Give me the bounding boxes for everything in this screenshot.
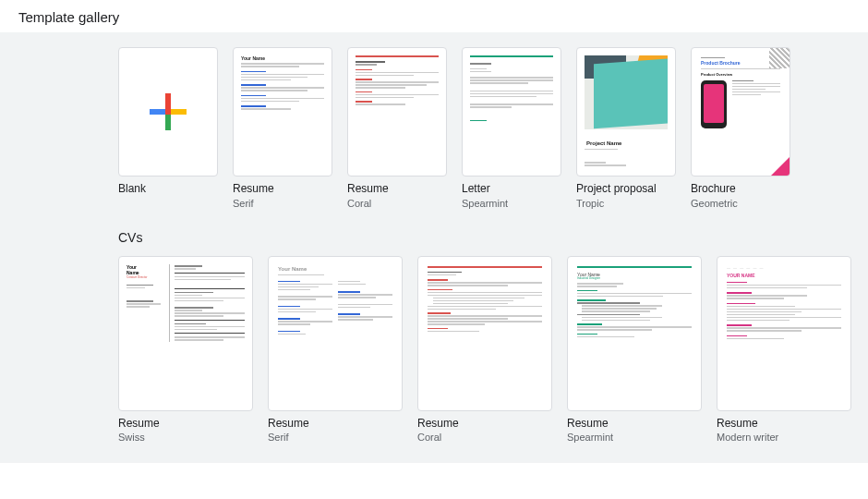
template-thumb-blank[interactable] xyxy=(118,47,218,176)
template-subtitle: Swiss xyxy=(118,431,253,444)
template-title: Resume xyxy=(233,182,332,197)
template-labels: Resume Swiss xyxy=(118,411,253,444)
template-thumb[interactable]: Product Brochure Product Overview xyxy=(691,47,790,176)
template-labels: Brochure Geometric xyxy=(691,176,790,210)
template-labels: Resume Serif xyxy=(233,176,332,210)
svg-rect-2 xyxy=(150,109,165,115)
template-subtitle: Tropic xyxy=(576,197,676,210)
template-labels: Blank xyxy=(118,176,218,197)
template-card-resume-swiss: YourName Creative Director xyxy=(118,256,253,444)
template-thumb[interactable] xyxy=(462,47,561,176)
template-card-resume-serif-cv: Your Name xyxy=(268,256,403,444)
svg-rect-0 xyxy=(165,93,171,109)
template-card-resume-coral-cv: Resume Coral xyxy=(417,256,552,444)
template-thumb[interactable]: Your Name xyxy=(233,47,332,176)
template-title: Project proposal xyxy=(576,182,676,197)
template-thumb[interactable]: Your Name xyxy=(268,256,403,411)
template-title: Resume xyxy=(268,417,403,432)
template-card-resume-serif: Your Name Resume Serif xyxy=(233,47,332,210)
template-thumb[interactable]: Project Name xyxy=(576,47,676,176)
svg-rect-1 xyxy=(165,115,171,130)
template-card-letter-spearmint: Letter Spearmint xyxy=(462,47,561,210)
template-subtitle: Serif xyxy=(233,197,332,210)
template-card-resume-spearmint-cv: Your Name Industrial Designer xyxy=(567,256,702,444)
template-thumb[interactable] xyxy=(417,256,552,411)
page-title: Template gallery xyxy=(0,0,868,32)
template-title: Brochure xyxy=(691,182,790,197)
template-labels: Resume Coral xyxy=(347,176,447,210)
template-title: Resume xyxy=(417,417,552,432)
template-card-brochure: Product Brochure Product Overview xyxy=(691,47,790,210)
template-thumb[interactable] xyxy=(347,47,447,176)
plus-icon xyxy=(148,91,188,132)
template-row-general: Blank Your Name Resume Serif xyxy=(18,47,850,210)
template-labels: Project proposal Tropic xyxy=(576,176,676,210)
template-thumb[interactable]: YourName Creative Director xyxy=(118,256,253,411)
template-labels: Resume Spearmint xyxy=(567,411,702,444)
template-row-cvs: YourName Creative Director xyxy=(18,247,850,444)
template-card-resume-modern-writer: — — — — — — YOUR NAME Resume M xyxy=(717,256,851,444)
template-title: Resume xyxy=(347,182,447,197)
template-labels: Resume Coral xyxy=(417,411,552,444)
template-title: Blank xyxy=(118,182,218,197)
template-title: Letter xyxy=(462,182,561,197)
template-title: Resume xyxy=(567,417,702,432)
template-subtitle: Coral xyxy=(347,197,447,210)
template-subtitle: Spearmint xyxy=(567,431,702,444)
template-subtitle: Spearmint xyxy=(462,197,561,210)
template-labels: Resume Modern writer xyxy=(717,411,851,444)
template-card-resume-coral: Resume Coral xyxy=(347,47,447,210)
section-label-cvs: CVs xyxy=(18,230,850,245)
template-subtitle: Coral xyxy=(417,431,552,444)
template-labels: Resume Serif xyxy=(268,411,403,444)
template-title: Resume xyxy=(118,417,253,432)
template-card-project-proposal: Project Name Project proposal Tropic xyxy=(576,47,676,210)
template-labels: Letter Spearmint xyxy=(462,176,561,210)
template-gallery: Blank Your Name Resume Serif xyxy=(0,32,868,463)
template-thumb[interactable]: — — — — — — YOUR NAME xyxy=(717,256,851,411)
template-title: Resume xyxy=(717,417,851,432)
template-subtitle: Geometric xyxy=(691,197,790,210)
svg-rect-4 xyxy=(165,109,171,115)
template-subtitle: Serif xyxy=(268,431,403,444)
template-card-blank: Blank xyxy=(118,47,218,197)
template-thumb[interactable]: Your Name Industrial Designer xyxy=(567,256,702,411)
template-subtitle: Modern writer xyxy=(717,431,851,444)
svg-rect-3 xyxy=(171,109,187,115)
